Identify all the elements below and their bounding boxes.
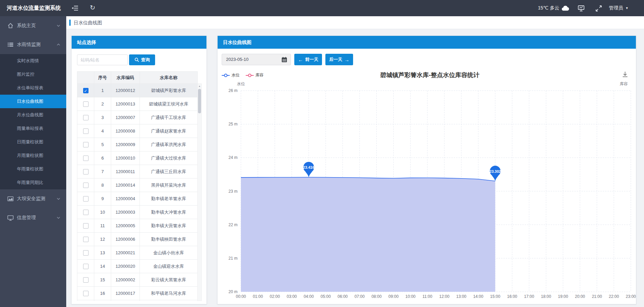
sidebar-subitem-4[interactable]: 月水位曲线图 [0, 108, 66, 122]
table-header-cell: 序号 [94, 72, 111, 84]
sidebar-item-home[interactable]: 系统主页 [0, 16, 66, 35]
cell-no [94, 300, 111, 301]
cell-name: 广通镇赵家箐水库 [140, 124, 198, 138]
table-row[interactable]: 1312000021金山镇小街水库 [77, 246, 198, 260]
cell-no: 1 [94, 84, 111, 97]
row-checkbox[interactable] [83, 210, 89, 215]
y-tick-label: 20 m [228, 289, 238, 294]
date-picker[interactable]: 2023-05-10 [222, 54, 291, 65]
sidebar-item-info-mgmt[interactable]: 信息管理 [0, 208, 66, 227]
row-checkbox[interactable] [83, 223, 89, 229]
sidebar-subitem-9[interactable]: 年雨量同期比 [0, 176, 66, 189]
row-checkbox[interactable] [83, 156, 89, 161]
row-checkbox[interactable] [83, 237, 89, 242]
cell-name: 碧城镇芦彩箐水库 [140, 84, 198, 97]
search-button[interactable]: 查询 [129, 54, 155, 65]
prev-day-button[interactable]: ← 前一天 [294, 54, 322, 65]
chevron-up-icon [57, 44, 60, 46]
chevron-down-icon [57, 217, 60, 219]
sidebar-subitem-2[interactable]: 水位单站报表 [0, 81, 66, 95]
sidebar-subitem-8[interactable]: 年雨量柱状图 [0, 162, 66, 176]
sidebar-subitem-1[interactable]: 图片监控 [0, 68, 66, 81]
table-row[interactable]: 1112000005勤丰镇大营箐水库 [77, 219, 198, 233]
sidebar-item-dam-safety[interactable]: 大坝安全监测 [0, 189, 66, 208]
station-panel-title: 站点选择 [72, 36, 206, 49]
user-menu[interactable]: 管理员 ▼ [609, 0, 628, 16]
cell-no: 5 [94, 138, 111, 151]
cell-name: 和平镇老马河水库 [140, 287, 198, 300]
chart-panel-title: 日水位曲线图 [218, 36, 636, 49]
row-checkbox[interactable] [83, 142, 89, 147]
y-tick-label: 21 m [228, 256, 238, 261]
table-row[interactable]: 212000013碧城镇梁王坝河水库 [77, 97, 198, 111]
row-checkbox[interactable] [83, 115, 89, 120]
calendar-icon [281, 57, 287, 63]
search-input[interactable] [77, 54, 128, 65]
row-checkbox[interactable] [83, 250, 89, 256]
row-checkbox[interactable] [83, 264, 89, 269]
row-checkbox[interactable] [83, 277, 89, 283]
row-checkbox[interactable] [83, 291, 89, 296]
x-tick-label: 08:00 [371, 294, 381, 299]
sidebar-subitem-7[interactable]: 月雨量柱状图 [0, 149, 66, 162]
table-row[interactable]: 1512000002彩云镇大黑箐水库 [77, 273, 198, 287]
area-chart-icon [7, 196, 14, 202]
cell-no: 12 [94, 233, 111, 246]
table-row[interactable] [77, 300, 198, 301]
download-icon[interactable] [622, 71, 628, 78]
marker-pin[interactable] [303, 162, 314, 177]
x-tick-label: 01:00 [253, 294, 263, 299]
table-row[interactable]: 612000010广通镇大过坝水库 [77, 151, 198, 165]
table-row[interactable]: 1012000003勤丰镇大冲箐水库 [77, 206, 198, 219]
cell-code: 12000003 [111, 206, 140, 219]
row-checkbox[interactable] [83, 196, 89, 202]
top-navbar: 河道水位流量监测系统 ↻ 15℃ 多云 管理员 ▼ [0, 0, 644, 16]
cell-code: 12000014 [111, 179, 140, 192]
table-header-cell [77, 72, 94, 84]
row-checkbox[interactable] [83, 101, 89, 107]
dashboard-screen-icon[interactable] [578, 5, 585, 11]
table-row[interactable]: 1412000020金山镇迎水水库 [77, 260, 198, 273]
table-row[interactable]: 712000011广通镇三丘田水库 [77, 165, 198, 179]
row-checkbox[interactable]: ✓ [83, 88, 89, 93]
scrollbar-thumb[interactable] [198, 89, 201, 113]
cell-code: 12000002 [111, 273, 140, 287]
table-body: ✓112000012碧城镇芦彩箐水库212000013碧城镇梁王坝河水库3120… [77, 84, 198, 301]
sidebar-submenu: 实时水雨情图片监控水位单站报表日水位曲线图月水位曲线图雨量单站报表日雨量柱状图月… [0, 54, 66, 189]
water-level-area [241, 177, 495, 292]
refresh-icon[interactable]: ↻ [89, 4, 96, 11]
cell-name: 广通镇大过坝水库 [140, 151, 198, 165]
x-tick-label: 18:00 [541, 294, 551, 299]
station-table-wrap: 序号水库编码水库名称 ✓112000012碧城镇芦彩箐水库212000013碧城… [77, 71, 202, 301]
scrollbar-up-arrow[interactable]: ▲ [198, 85, 201, 87]
sidebar-item-water-rain[interactable]: 水雨情监测 [0, 35, 66, 54]
table-row[interactable]: 812000014黑井镇芹菜沟水库 [77, 179, 198, 192]
x-tick-label: 09:00 [389, 294, 399, 299]
row-checkbox[interactable] [83, 183, 89, 188]
table-row[interactable]: 512000009广通镇革洪闸水库 [77, 138, 198, 151]
table-row[interactable]: 1612000017和平镇老马河水库 [77, 287, 198, 300]
marker-pin[interactable] [490, 166, 501, 181]
sidebar-subitem-5[interactable]: 雨量单站报表 [0, 122, 66, 135]
fullscreen-icon[interactable] [595, 5, 602, 12]
row-checkbox[interactable] [83, 128, 89, 134]
table-row[interactable]: 312000007广通镇千工坝水库 [77, 111, 198, 124]
table-row[interactable]: ✓112000012碧城镇芦彩箐水库 [77, 84, 198, 97]
cell-name: 勤丰镇秧田箐水库 [140, 233, 198, 246]
sidebar-toggle-icon[interactable] [72, 5, 78, 11]
next-day-button[interactable]: 后一天 → [325, 54, 353, 65]
cell-no: 9 [94, 192, 111, 206]
table-row[interactable]: 1212000006勤丰镇秧田箐水库 [77, 233, 198, 246]
cell-name: 黑井镇芹菜沟水库 [140, 179, 198, 192]
row-checkbox[interactable] [83, 169, 89, 174]
cell-code: 12000011 [111, 165, 140, 179]
sidebar-subitem-3[interactable]: 日水位曲线图 [0, 95, 66, 108]
table-row[interactable]: 912000004勤丰镇老羊箐水库 [77, 192, 198, 206]
sidebar-subitem-6[interactable]: 日雨量柱状图 [0, 135, 66, 149]
table-row[interactable]: 412000008广通镇赵家箐水库 [77, 124, 198, 138]
cell-no: 8 [94, 179, 111, 192]
breadcrumb-accent [69, 20, 71, 26]
cell-name [140, 300, 198, 301]
sidebar-subitem-0[interactable]: 实时水雨情 [0, 54, 66, 68]
table-scrollbar[interactable]: ▲ [197, 84, 202, 301]
